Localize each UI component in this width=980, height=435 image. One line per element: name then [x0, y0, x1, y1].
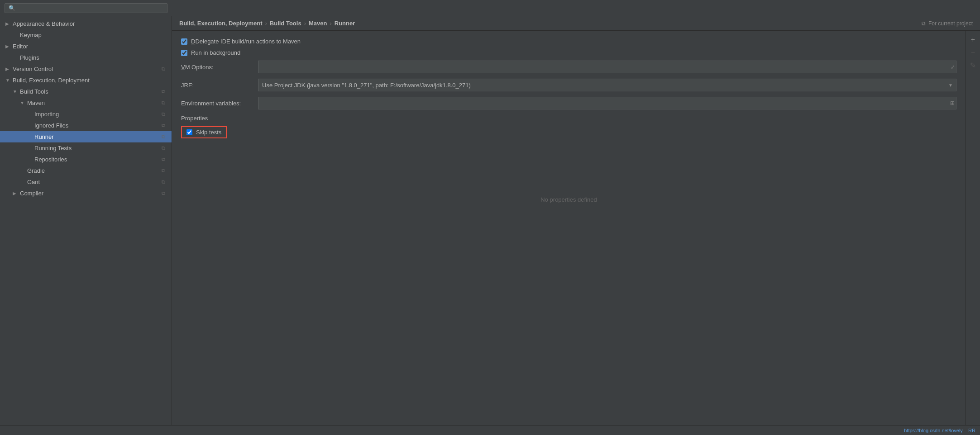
sidebar-label-plugins: Plugins: [20, 54, 168, 61]
for-project-label: For current project: [928, 20, 973, 27]
edit-property-button[interactable]: ✎: [968, 60, 979, 71]
breadcrumb-sep1: ›: [265, 20, 267, 27]
search-bar: [0, 0, 980, 16]
breadcrumb-sep3: ›: [330, 20, 331, 27]
sidebar-item-keymap[interactable]: Keymap: [0, 29, 172, 41]
sidebar-item-gant[interactable]: Gant⧉: [0, 176, 172, 188]
sidebar-copy-icon-build-tools: ⧉: [159, 89, 168, 95]
sidebar-item-running-tests[interactable]: Running Tests⧉: [0, 142, 172, 154]
breadcrumb-for-project: ⧉ For current project: [922, 20, 973, 27]
sidebar-copy-icon-running-tests: ⧉: [159, 145, 168, 151]
skip-tests-checkbox[interactable]: [186, 129, 192, 135]
sidebar-label-importing: Importing: [34, 111, 159, 118]
breadcrumb-tools: Build Tools: [270, 20, 301, 27]
env-var-wrapper: ⊞: [258, 97, 956, 109]
content-area: Build, Execution, Deployment › Build Too…: [172, 16, 980, 425]
sidebar-item-compiler[interactable]: ▶Compiler⧉: [0, 188, 172, 199]
properties-empty: No properties defined: [181, 196, 956, 203]
sidebar-item-runner[interactable]: Runner⧉: [0, 131, 172, 142]
sidebar-label-build-tools: Build Tools: [20, 88, 159, 95]
breadcrumb: Build, Execution, Deployment › Build Too…: [172, 16, 980, 31]
breadcrumb-build: Build, Execution, Deployment: [179, 20, 262, 27]
skip-tests-box: Skip tests: [181, 126, 227, 138]
sidebar-arrow-build-execution: ▼: [5, 78, 12, 83]
jre-label: JRE:: [181, 82, 253, 89]
sidebar-copy-icon-version-control: ⧉: [159, 66, 168, 72]
sidebar-item-maven[interactable]: ▼Maven⧉: [0, 97, 172, 109]
breadcrumb-path: Build, Execution, Deployment › Build Too…: [179, 20, 355, 27]
sidebar-copy-icon-runner: ⧉: [159, 134, 168, 140]
sidebar-copy-icon-importing: ⧉: [159, 111, 168, 117]
jre-select-wrapper: Use Project JDK (java version "1.8.0_271…: [258, 79, 956, 91]
remove-property-button[interactable]: −: [968, 47, 979, 58]
skip-tests-label[interactable]: Skip tests: [196, 129, 221, 136]
sidebar-label-version-control: Version Control: [13, 66, 159, 72]
sidebar-label-build-execution: Build, Execution, Deployment: [13, 77, 168, 84]
breadcrumb-runner: Runner: [335, 20, 355, 27]
env-vars-row: Environment variables: ⊞: [181, 97, 956, 109]
properties-section-title: Properties: [181, 115, 956, 122]
sidebar-copy-icon-ignored-files: ⧉: [159, 123, 168, 128]
settings-main: DDelegate IDE build/run actions to Maven…: [172, 31, 966, 425]
sidebar-arrow-version-control: ▶: [5, 66, 12, 71]
search-input[interactable]: [5, 3, 167, 13]
main-layout: ▶Appearance & BehaviorKeymap▶EditorPlugi…: [0, 16, 980, 425]
sidebar-item-editor[interactable]: ▶Editor: [0, 41, 172, 52]
sidebar-item-build-tools[interactable]: ▼Build Tools⧉: [0, 86, 172, 97]
sidebar-item-appearance[interactable]: ▶Appearance & Behavior: [0, 18, 172, 29]
env-browse-icon[interactable]: ⊞: [950, 100, 955, 106]
sidebar-label-appearance: Appearance & Behavior: [13, 20, 168, 27]
env-vars-label: Environment variables:: [181, 100, 253, 107]
breadcrumb-sep2: ›: [304, 20, 306, 27]
jre-row: JRE: Use Project JDK (java version "1.8.…: [181, 79, 956, 91]
vm-options-label: VM Options:: [181, 64, 253, 71]
jre-select[interactable]: Use Project JDK (java version "1.8.0_271…: [258, 79, 956, 91]
sidebar-copy-icon-maven: ⧉: [159, 100, 168, 106]
sidebar-arrow-appearance: ▶: [5, 21, 12, 26]
sidebar-item-build-execution[interactable]: ▼Build, Execution, Deployment: [0, 75, 172, 86]
sidebar-label-editor: Editor: [13, 43, 168, 50]
sidebar-label-maven: Maven: [27, 99, 159, 106]
sidebar-item-ignored-files[interactable]: Ignored Files⧉: [0, 120, 172, 131]
project-icon: ⧉: [922, 20, 926, 27]
sidebar-label-gradle: Gradle: [27, 167, 159, 174]
sidebar-item-gradle[interactable]: Gradle⧉: [0, 165, 172, 176]
sidebar-copy-icon-gant: ⧉: [159, 179, 168, 185]
vm-options-wrapper: ⤢: [258, 61, 956, 73]
sidebar-copy-icon-compiler: ⧉: [159, 190, 168, 196]
sidebar-label-compiler: Compiler: [20, 190, 159, 197]
footer-url[interactable]: https://blog.csdn.net/lovely__RR: [904, 428, 975, 433]
sidebar-copy-icon-repositories: ⧉: [159, 156, 168, 162]
sidebar-copy-icon-gradle: ⧉: [159, 168, 168, 174]
vm-options-input[interactable]: [258, 61, 956, 73]
sidebar-item-repositories[interactable]: Repositories⧉: [0, 154, 172, 165]
expand-icon: ⤢: [951, 64, 955, 70]
sidebar-label-repositories: Repositories: [34, 156, 159, 163]
sidebar-item-plugins[interactable]: Plugins: [0, 52, 172, 63]
delegate-label[interactable]: DDelegate IDE build/run actions to Maven: [191, 38, 301, 45]
env-vars-input[interactable]: [258, 97, 956, 109]
run-background-row: Run in background: [181, 49, 956, 56]
sidebar-arrow-editor: ▶: [5, 44, 12, 49]
sidebar-item-importing[interactable]: Importing⧉: [0, 109, 172, 120]
vm-options-row: VM Options: ⤢: [181, 61, 956, 73]
add-property-button[interactable]: +: [968, 34, 979, 45]
breadcrumb-maven: Maven: [309, 20, 327, 27]
sidebar-label-gant: Gant: [27, 179, 159, 185]
run-background-label[interactable]: Run in background: [191, 49, 240, 56]
sidebar-label-running-tests: Running Tests: [34, 145, 159, 151]
delegate-checkbox-row: DDelegate IDE build/run actions to Maven: [181, 38, 956, 45]
run-background-checkbox[interactable]: [181, 50, 187, 56]
sidebar-label-runner: Runner: [34, 133, 159, 140]
settings-content: DDelegate IDE build/run actions to Maven…: [172, 31, 980, 425]
sidebar-label-ignored-files: Ignored Files: [34, 122, 159, 129]
side-actions: + − ✎: [966, 31, 980, 425]
sidebar-arrow-compiler: ▶: [13, 191, 19, 196]
delegate-checkbox[interactable]: [181, 38, 187, 45]
sidebar: ▶Appearance & BehaviorKeymap▶EditorPlugi…: [0, 16, 172, 425]
footer: https://blog.csdn.net/lovely__RR: [0, 425, 980, 435]
sidebar-label-keymap: Keymap: [20, 32, 168, 38]
sidebar-arrow-maven: ▼: [20, 100, 26, 105]
sidebar-arrow-build-tools: ▼: [13, 89, 19, 94]
sidebar-item-version-control[interactable]: ▶Version Control⧉: [0, 63, 172, 75]
